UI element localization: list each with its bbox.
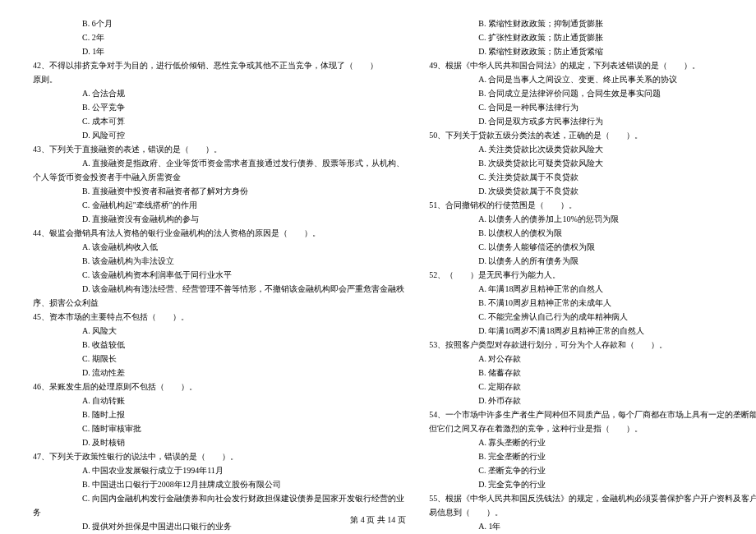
option-line: C. 随时审核审批 <box>33 421 404 435</box>
option-line: D. 次级类贷款属于不良贷款 <box>429 184 756 198</box>
question-43: 43、下列关于直接融资的表述，错误的是（ ）。 <box>33 142 404 156</box>
option-line: D. 直接融资没有金融机构的参与 <box>33 212 404 226</box>
option-line: D. 年满16周岁不满18周岁且精神正常的自然人 <box>429 324 756 338</box>
option-line: C. 金融机构起"牵线搭桥"的作用 <box>33 198 404 212</box>
right-column: B. 紧缩性财政政策；抑制通货膨胀 C. 扩张性财政政策；防止通货膨胀 D. 紧… <box>429 16 756 501</box>
question-45: 45、资本市场的主要特点不包括（ ）。 <box>33 310 404 324</box>
option-line: D. 完全竞争的行业 <box>429 477 756 491</box>
option-line: D. 流动性差 <box>33 366 404 380</box>
question-54: 54、一个市场中许多生产者生产同种但不同质产品，每个厂商都在市场上具有一定的垄断… <box>429 407 756 421</box>
option-line: C. 该金融机构资本利润率低于同行业水平 <box>33 268 404 282</box>
option-line: B. 次级类贷款比可疑类贷款风险大 <box>429 156 756 170</box>
option-line: B. 收益较低 <box>33 338 404 352</box>
option-line: C. 关注类贷款属于不良贷款 <box>429 170 756 184</box>
option-line: D. 紧缩性财政政策；防止通货紧缩 <box>429 44 756 58</box>
question-54-cont: 但它们之间又存在着激烈的竞争，这种行业是指（ ）。 <box>429 421 756 435</box>
option-line: A. 年满18周岁且精神正常的自然人 <box>429 282 756 296</box>
option-line: A. 该金融机构收入低 <box>33 240 404 254</box>
question-44: 44、银监会撤销具有法人资格的银行业金融机构的法人资格的原因是（ ）。 <box>33 226 404 240</box>
option-cont: 个人等货币资金投资者手中融入所需资金 <box>33 170 404 184</box>
page-content: B. 6个月 C. 2年 D. 1年 42、不得以排挤竞争对手为目的，进行低价倾… <box>33 16 723 501</box>
option-line: C. 定期存款 <box>429 380 756 394</box>
question-49: 49、根据《中华人民共和国合同法》的规定，下列表述错误的是（ ）。 <box>429 58 756 72</box>
question-42-cont: 原则。 <box>33 72 404 86</box>
option-line: B. 公平竞争 <box>33 100 404 114</box>
option-line: B. 该金融机构为非法设立 <box>33 254 404 268</box>
option-line: A. 中国农业发展银行成立于1994年11月 <box>33 463 404 477</box>
question-42: 42、不得以排挤竞争对手为目的，进行低价倾销、恶性竞争或其他不正当竞争，体现了（… <box>33 58 404 72</box>
option-line: B. 合同成立是法律评价问题，合同生效是事实问题 <box>429 86 756 100</box>
option-line: A. 合法合规 <box>33 86 404 100</box>
option-line: A. 对公存款 <box>429 352 756 366</box>
option-line: C. 成本可算 <box>33 114 404 128</box>
option-line: A. 寡头垄断的行业 <box>429 435 756 449</box>
option-line: B. 紧缩性财政政策；抑制通货膨胀 <box>429 16 756 30</box>
question-51: 51、合同撤销权的行使范围是（ ）。 <box>429 198 756 212</box>
option-line: C. 2年 <box>33 30 404 44</box>
option-line: C. 垄断竞争的行业 <box>429 463 756 477</box>
option-line: A. 关注类贷款比次级类贷款风险大 <box>429 142 756 156</box>
question-50: 50、下列关于贷款五级分类法的表述，正确的是（ ）。 <box>429 128 756 142</box>
question-53: 53、按照客户类型对存款进行划分，可分为个人存款和（ ）。 <box>429 338 756 352</box>
option-line: C. 扩张性财政政策；防止通货膨胀 <box>429 30 756 44</box>
left-column: B. 6个月 C. 2年 D. 1年 42、不得以排挤竞争对手为目的，进行低价倾… <box>33 16 404 501</box>
option-line: B. 直接融资中投资者和融资者都了解对方身份 <box>33 184 404 198</box>
option-line: D. 外币存款 <box>429 394 756 407</box>
option-line: C. 向国内金融机构发行金融债券和向社会发行财政担保建设债券是国家开发银行经营的… <box>33 491 404 505</box>
option-line: D. 合同是双方或多方民事法律行为 <box>429 114 756 128</box>
option-line: C. 不能完全辨认自己行为的成年精神病人 <box>429 310 756 324</box>
option-line: A. 以债务人的债券加上10%的惩罚为限 <box>429 212 756 226</box>
option-line: D. 及时核销 <box>33 435 404 449</box>
option-line: A. 自动转账 <box>33 394 404 407</box>
option-line: D. 以债务人的所有债务为限 <box>429 254 756 268</box>
option-line: B. 6个月 <box>33 16 404 30</box>
page-footer: 第 4 页 共 14 页 <box>0 514 756 526</box>
option-line: D. 风险可控 <box>33 128 404 142</box>
option-line: A. 风险大 <box>33 324 404 338</box>
option-line: B. 中国进出口银行于2008年12月挂牌成立股份有限公司 <box>33 477 404 491</box>
option-line: D. 该金融机构有违法经营、经营管理不善等情形，不撤销该金融机构即会严重危害金融… <box>33 282 404 296</box>
option-cont: 序、损害公众利益 <box>33 296 404 310</box>
option-line: C. 以债务人能够偿还的债权为限 <box>429 240 756 254</box>
option-line: B. 完全垄断的行业 <box>429 449 756 463</box>
option-line: B. 以债权人的债权为限 <box>429 226 756 240</box>
option-line: C. 期限长 <box>33 352 404 366</box>
question-52: 52、（ ）是无民事行为能力人。 <box>429 268 756 282</box>
question-47: 47、下列关于政策性银行的说法中，错误的是（ ）。 <box>33 449 404 463</box>
option-line: C. 合同是一种民事法律行为 <box>429 100 756 114</box>
option-line: B. 随时上报 <box>33 407 404 421</box>
option-line: D. 1年 <box>33 44 404 58</box>
question-46: 46、呆账发生后的处理原则不包括（ ）。 <box>33 380 404 394</box>
option-line: A. 合同是当事人之间设立、变更、终止民事关系的协议 <box>429 72 756 86</box>
option-line: A. 直接融资是指政府、企业等货币资金需求者直接通过发行债券、股票等形式，从机构… <box>33 156 404 170</box>
question-55: 55、根据《中华人民共和国反洗钱法》的规定，金融机构必须妥善保护客户开户资料及客… <box>429 491 756 505</box>
option-line: B. 不满10周岁且精神正常的未成年人 <box>429 296 756 310</box>
option-line: B. 储蓄存款 <box>429 366 756 380</box>
